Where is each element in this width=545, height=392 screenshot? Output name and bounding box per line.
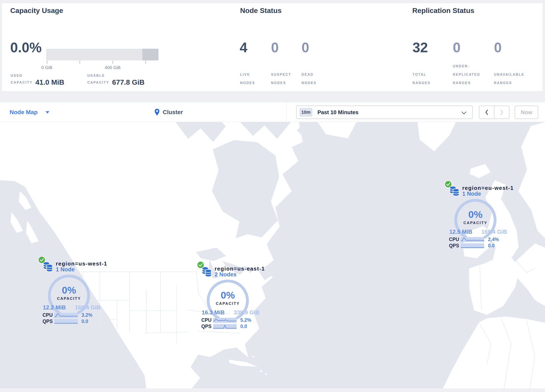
capacity-percent: 0% [452, 209, 498, 220]
node-status-title: Node Status [240, 6, 281, 15]
capacity-axis-label: 0 GiB [30, 65, 63, 70]
qps-sparkline [461, 243, 484, 249]
used-capacity-metric: USED CAPACITY 41.0 MiB [11, 72, 64, 86]
qps-label: QPS [444, 243, 461, 249]
qps-sparkline [213, 324, 236, 329]
region-node-count: 2 Nodes [215, 271, 236, 278]
capacity-axis-tick [145, 61, 146, 64]
cpu-value: 3.2% [78, 312, 92, 318]
chevron-down-icon [461, 112, 466, 115]
region-name: region=us-east-1 [215, 266, 265, 272]
time-prev-button[interactable] [479, 106, 495, 118]
capacity-percent: 0% [46, 285, 92, 296]
cpu-sparkline [461, 237, 484, 242]
total-ranges-count: 32 [413, 39, 428, 56]
used-capacity-value: 41.0 MiB [36, 78, 64, 86]
cpu-row: CPU 5.2% [196, 317, 263, 323]
dead-nodes-label: DEAD NODES [302, 70, 316, 87]
cpu-value: 5.2% [236, 317, 251, 323]
capacity-donut [46, 273, 92, 319]
time-range-label: Past 10 Minutes [317, 109, 359, 116]
qps-row: QPS 0.0 [444, 243, 511, 249]
capacity-axis-tick [80, 61, 80, 64]
database-icon [42, 261, 54, 273]
cluster-summary-panel: Capacity Usage 0.0% 0 GiB 400 GiB USED C… [2, 3, 543, 92]
cpu-label: CPU [38, 312, 54, 318]
qps-value: 0.0 [484, 243, 495, 249]
map-pin-icon [154, 108, 160, 116]
capacity-axis-tick [47, 61, 47, 64]
capacity-usage-title: Capacity Usage [10, 6, 63, 15]
capacity-percent: 0.0% [10, 39, 42, 56]
now-button[interactable]: Now [515, 106, 538, 119]
node-map: 0% CAPACITY 12.2 MiB 169.4 GiB CPU 3.2% … [0, 122, 545, 388]
cpu-sparkline [213, 317, 236, 323]
used-capacity-value: 12.2 MiB [35, 305, 74, 311]
capacity-bar [46, 49, 158, 60]
live-nodes-label: LIVE NODES [240, 70, 255, 87]
node-map-page: Capacity Usage 0.0% 0 GiB 400 GiB USED C… [0, 0, 545, 392]
capacity-donut [205, 278, 251, 324]
database-icon [201, 266, 213, 278]
qps-value: 0.0 [78, 319, 88, 324]
qps-value: 0.0 [236, 324, 247, 329]
capacity-label: CAPACITY [205, 301, 251, 306]
total-capacity-value: 169.4 GiB [68, 305, 107, 311]
cpu-sparkline [54, 312, 78, 318]
live-nodes-count: 4 [240, 39, 248, 56]
usable-capacity-value: 677.8 GiB [112, 78, 145, 86]
cpu-row: CPU 2.4% [444, 237, 511, 242]
toolbar-divider [286, 102, 286, 122]
suspect-nodes-label: SUSPECT NODES [271, 70, 291, 87]
under-replicated-count: 0 [453, 39, 461, 56]
world-map [0, 122, 545, 388]
usable-capacity-metric: USABLE CAPACITY 677.8 GiB [87, 72, 145, 86]
time-next-button[interactable] [495, 106, 509, 118]
cpu-label: CPU [444, 237, 461, 242]
used-capacity-value: 12.5 MiB [442, 229, 480, 235]
capacity-label: CAPACITY [452, 221, 498, 225]
database-icon [449, 185, 460, 197]
region-node-count: 1 Node [462, 191, 481, 197]
qps-label: QPS [38, 319, 54, 324]
chevron-down-icon [46, 111, 49, 113]
cpu-row: CPU 3.2% [38, 312, 105, 318]
capacity-axis-tick [113, 61, 113, 64]
under-replicated-label: UNDER- REPLICATED RANGES [453, 62, 480, 87]
region-name: region=eu-west-1 [462, 185, 514, 191]
capacity-bar-used-segment [142, 49, 158, 60]
cpu-value: 2.4% [484, 237, 499, 242]
cpu-label: CPU [196, 317, 213, 323]
total-ranges-label: TOTAL RANGES [413, 70, 430, 87]
view-selector[interactable]: Node Map [10, 102, 49, 122]
qps-label: QPS [196, 324, 213, 329]
capacity-axis-label: 400 GiB [96, 65, 129, 70]
chevron-right-icon [500, 109, 504, 115]
map-toolbar: Node Map Cluster 10m Past 10 Minutes [0, 102, 545, 122]
time-nav-arrows [479, 106, 509, 119]
capacity-label: CAPACITY [46, 296, 92, 301]
view-selector-label: Node Map [10, 109, 38, 116]
time-range-selector[interactable]: 10m Past 10 Minutes [296, 106, 473, 119]
region-name: region=us-west-1 [56, 261, 107, 267]
usable-capacity-label: USABLE CAPACITY [87, 72, 109, 86]
used-capacity-value: 16.3 MiB [194, 309, 232, 316]
replication-status-title: Replication Status [412, 6, 474, 15]
capacity-donut [452, 197, 498, 243]
time-range-badge: 10m [299, 108, 312, 117]
breadcrumb[interactable]: Cluster [154, 102, 183, 122]
region-node-count: 1 Node [56, 266, 74, 273]
used-capacity-label: USED CAPACITY [11, 72, 33, 86]
dead-nodes-count: 0 [302, 39, 309, 56]
qps-row: QPS 0.0 [196, 324, 263, 329]
total-capacity-value: 169.4 GiB [475, 229, 514, 235]
suspect-nodes-count: 0 [271, 39, 279, 56]
total-capacity-value: 338.9 GiB [227, 309, 266, 316]
breadcrumb-label: Cluster [163, 109, 183, 116]
capacity-percent: 0% [205, 290, 251, 301]
qps-sparkline [54, 319, 78, 324]
unavailable-count: 0 [494, 39, 502, 56]
unavailable-label: UNAVAILABLE RANGES [494, 70, 524, 87]
qps-row: QPS 0.0 [38, 319, 105, 324]
chevron-left-icon [485, 109, 489, 115]
